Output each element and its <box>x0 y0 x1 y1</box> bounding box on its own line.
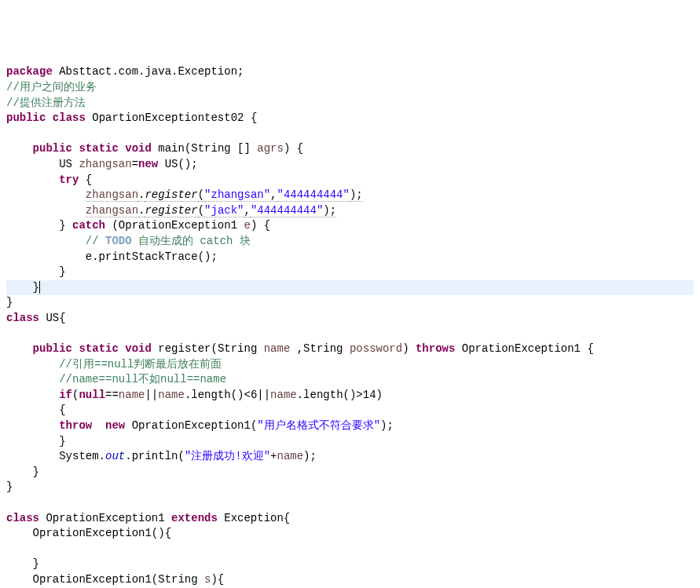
line: } catch (OprationException1 e) { <box>6 219 270 232</box>
comment-line: //引用==null判断最后放在前面 <box>6 358 222 371</box>
line: class US{ <box>6 312 66 324</box>
line: public static void register(String name … <box>6 342 594 355</box>
cursor <box>39 281 40 294</box>
line: { <box>6 404 66 416</box>
comment-line: //用户之间的业务 <box>6 81 97 93</box>
line: if(null==name||name.length()<6||name.len… <box>6 389 383 401</box>
line: zhangsan.register("zhangsan","444444444"… <box>6 188 363 202</box>
line: throw new OprationException1("用户名格式不符合要求… <box>6 419 394 432</box>
line: e.printStackTrace(); <box>6 250 218 263</box>
line: } <box>6 435 66 447</box>
line: class OprationException1 extends Excepti… <box>6 512 290 524</box>
line: // TODO 自动生成的 catch 块 <box>6 235 251 247</box>
line: } <box>6 557 39 570</box>
line: System.out.println("注册成功!欢迎"+name); <box>6 450 317 462</box>
comment-line: //提供注册方法 <box>6 97 86 109</box>
line: } <box>6 296 13 309</box>
code-editor[interactable]: package Absttact.com.java.Exception; //用… <box>6 64 694 588</box>
line: } <box>6 480 13 493</box>
current-line: } <box>6 280 694 296</box>
line: OprationException1(String s){ <box>6 573 224 586</box>
line: package Absttact.com.java.Exception; <box>6 65 244 78</box>
line: OprationException1(){ <box>6 527 171 539</box>
line: US zhangsan=new US(); <box>6 158 198 170</box>
line: zhangsan.register("jack","444444444"); <box>6 204 336 217</box>
line: } <box>6 265 66 278</box>
line: public class OpartionExceptiontest02 { <box>6 111 257 124</box>
line: } <box>6 466 39 478</box>
keyword-package: package <box>6 65 53 78</box>
comment-line: //name==null不如null==name <box>6 373 226 385</box>
line: public static void main(String [] agrs) … <box>6 142 303 155</box>
line: try { <box>6 173 92 186</box>
